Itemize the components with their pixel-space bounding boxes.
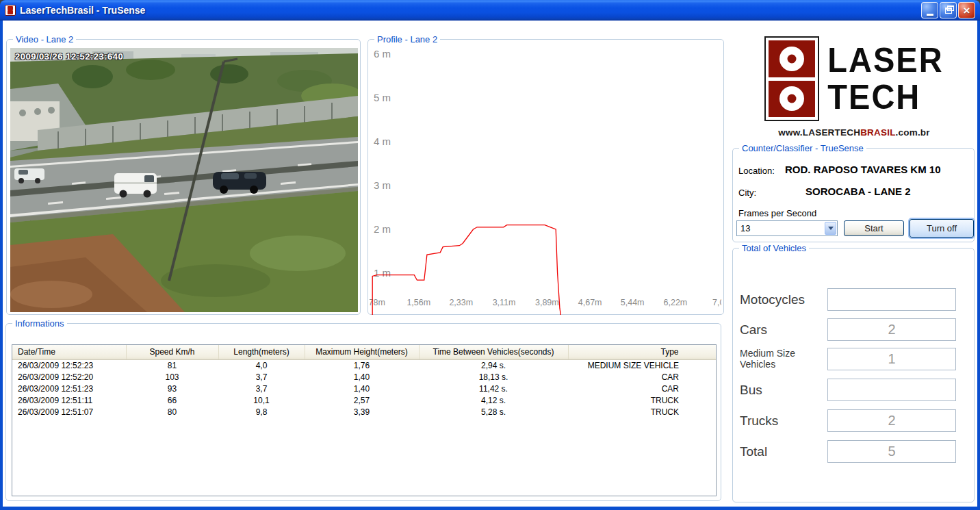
logo-wordmark: LASER TECH (827, 42, 943, 116)
totals-row: Trucks (733, 409, 974, 432)
table-cell: 26/03/2009 12:52:23 (12, 359, 126, 371)
counter-classifier-panel: Counter/Classifier - TrueSense Location:… (732, 148, 975, 242)
table-row[interactable]: 26/03/2009 12:51:23933,71,4011,42 s.CAR (12, 383, 717, 394)
logo-line-2: TECH (827, 79, 943, 116)
y-axis-tick: 4 m (374, 136, 391, 147)
table-row[interactable]: 26/03/2009 12:52:23814,01,762,94 s.MEDIU… (12, 359, 717, 371)
app-icon (5, 5, 16, 16)
table-cell: 26/03/2009 12:51:23 (12, 383, 126, 394)
column-header[interactable]: Maximum Height(meters) (305, 345, 419, 359)
totals-label: Medium Size Vehicles (740, 348, 821, 371)
totals-label: Motocycles (740, 292, 805, 307)
column-header[interactable]: Speed Km/h (126, 345, 218, 359)
table-row[interactable]: 26/03/2009 12:52:201033,71,4018,13 s.CAR (12, 371, 717, 383)
profile-chart: 6 m5 m4 m3 m2 m1 m.78m1,56m2,33m3,11m3,8… (370, 47, 721, 315)
table-cell: 1,76 (305, 359, 419, 371)
bus-count-input[interactable] (827, 379, 956, 401)
fps-label: Frames per Second (738, 208, 816, 218)
totals-label: Bus (740, 383, 762, 398)
informations-panel: Informations Date/TimeSpeed Km/hLength(m… (5, 323, 721, 501)
video-panel: Video - Lane 2 (6, 39, 361, 315)
totals-row: Bus (733, 379, 974, 401)
table-cell: MEDIUM SIZE VEHICLE (568, 359, 717, 371)
table-cell: TRUCK (568, 406, 717, 418)
column-header[interactable]: Type (568, 345, 717, 359)
table-cell: 3,7 (218, 371, 305, 383)
y-axis-tick: 5 m (374, 92, 391, 103)
x-axis-tick: 3,11m (493, 298, 516, 307)
traffic-camera-image (10, 48, 358, 312)
logo-disc-icon (769, 81, 815, 118)
location-value: ROD. RAPOSO TAVARES KM 10 (785, 164, 941, 175)
combo-dropdown-button[interactable] (825, 222, 836, 235)
x-axis-tick: 5,44m (621, 298, 645, 307)
informations-table-wrap[interactable]: Date/TimeSpeed Km/hLength(meters)Maximum… (12, 344, 717, 496)
totals-label: Cars (740, 322, 767, 337)
table-cell: 11,42 s. (419, 383, 568, 394)
totals-row: Cars (733, 318, 974, 341)
table-cell: 5,28 s. (419, 406, 568, 418)
brand-logo: LASER TECH (732, 36, 976, 122)
start-button[interactable]: Start (844, 220, 904, 236)
x-axis-tick: 7,0 (712, 298, 721, 307)
lasertech-logo-icon (764, 36, 819, 121)
table-row[interactable]: 26/03/2009 12:51:116610,12,574,12 s.TRUC… (12, 394, 717, 406)
logo-line-1: LASER (827, 42, 943, 79)
restore-button[interactable] (940, 2, 957, 18)
chevron-down-icon (828, 227, 834, 230)
table-cell: 81 (126, 359, 218, 371)
close-icon: × (964, 5, 970, 16)
website-url-part: BRASIL (860, 127, 895, 138)
profile-panel: Profile - Lane 2 6 m5 m4 m3 m2 m1 m.78m1… (368, 39, 724, 315)
fps-select[interactable]: 13 (736, 220, 838, 236)
column-header[interactable]: Length(meters) (218, 345, 305, 359)
totals-row: Medium Size Vehicles (733, 348, 974, 370)
close-button[interactable]: × (958, 2, 975, 18)
table-cell: 26/03/2009 12:51:07 (12, 406, 126, 418)
video-frame: 2009/03/26 12:52:23:640 (10, 48, 358, 312)
table-cell: 3,39 (305, 406, 419, 418)
totals-row: Total (733, 440, 974, 463)
table-cell: 1,40 (305, 383, 419, 394)
motocycles-count-input[interactable] (827, 288, 956, 311)
x-axis-tick: .78m (370, 298, 385, 307)
logo-disc-icon (769, 40, 815, 77)
medium-size-vehicles-count-input[interactable] (827, 348, 956, 370)
table-cell: 26/03/2009 12:51:11 (12, 394, 126, 406)
table-cell: 103 (126, 371, 218, 383)
website-url-part: .com.br (896, 127, 930, 138)
table-cell: 80 (126, 406, 218, 418)
trucks-count-input[interactable] (827, 409, 956, 432)
column-header[interactable]: Date/Time (12, 345, 126, 359)
client-area: Video - Lane 2 (3, 21, 977, 507)
column-header[interactable]: Time Between Vehicles(seconds) (419, 345, 568, 359)
totals-label: Trucks (740, 413, 778, 429)
restore-icon (945, 8, 952, 14)
table-cell: 2,57 (305, 394, 419, 406)
total-count-input[interactable] (827, 440, 956, 463)
window-title: LaserTechBrasil - TruSense (20, 5, 145, 16)
titlebar: LaserTechBrasil - TruSense × (0, 0, 980, 21)
fps-selected-value: 13 (737, 223, 824, 233)
city-label: City: (738, 188, 756, 198)
minimize-button[interactable] (921, 2, 938, 18)
table-cell: 9,8 (218, 406, 305, 418)
table-cell: 4,0 (218, 359, 305, 371)
website-url: www.LASERTECHBRASIL.com.br (732, 127, 976, 138)
table-cell: 66 (126, 394, 218, 406)
counter-panel-title: Counter/Classifier - TrueSense (739, 143, 866, 153)
video-panel-title: Video - Lane 2 (13, 34, 76, 44)
turnoff-button[interactable]: Turn off (910, 219, 974, 238)
y-axis-tick: 3 m (374, 179, 391, 191)
profile-panel-title: Profile - Lane 2 (374, 34, 440, 44)
x-axis-tick: 6,22m (664, 298, 688, 307)
table-cell: 93 (126, 383, 218, 394)
table-cell: 18,13 s. (419, 371, 568, 383)
y-axis-tick: 2 m (374, 223, 391, 235)
cars-count-input[interactable] (827, 318, 956, 341)
location-label: Location: (738, 166, 775, 176)
table-row[interactable]: 26/03/2009 12:51:07809,83,395,28 s.TRUCK (12, 406, 717, 418)
x-axis-tick: 2,33m (449, 298, 473, 307)
table-cell: 4,12 s. (419, 394, 568, 406)
totals-row: Motocycles (733, 288, 974, 311)
